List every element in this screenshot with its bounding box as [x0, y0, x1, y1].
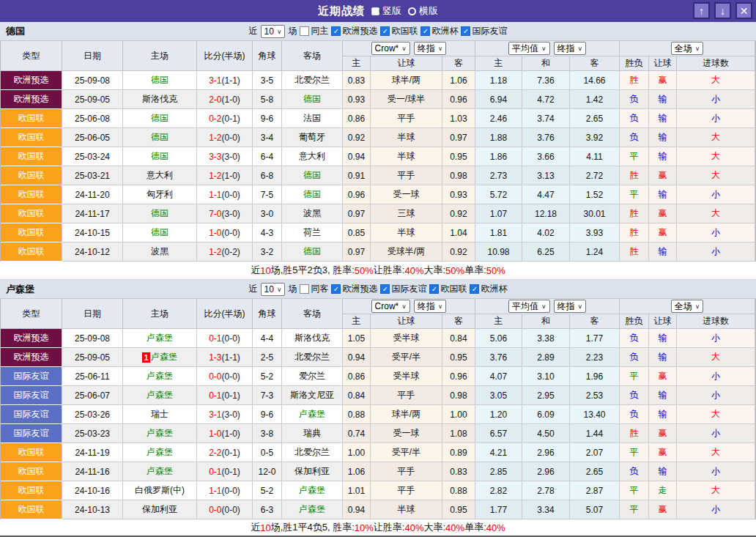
avg-source-select[interactable]: 平均值	[508, 42, 550, 55]
match-type-badge: 欧国联	[1, 109, 62, 128]
odds-source-select[interactable]: Crow*	[371, 300, 410, 313]
team-filter-bar: 德国 近 10 场 同主 欧洲预选 欧国联 欧洲杯 国际友	[0, 22, 756, 41]
away-team: 德国	[282, 185, 343, 204]
same-venue-checkbox[interactable]: 同客	[300, 283, 328, 295]
league-checkbox[interactable]: 欧国联	[380, 25, 418, 37]
odds-away: 1.00	[442, 405, 475, 424]
result-outcome: 负	[620, 462, 649, 481]
col-corner: 角球	[253, 41, 282, 71]
home-team: 卢森堡	[123, 443, 197, 462]
odds-stage-select[interactable]: 终指	[414, 42, 447, 55]
match-type-badge: 欧国联	[1, 500, 62, 519]
result-outcome: 平	[620, 367, 649, 386]
away-team: 意大利	[282, 147, 343, 166]
match-score: 0-0(0-0)	[197, 500, 253, 519]
odds-away: 1.06	[442, 71, 475, 90]
match-row: 欧国联24-11-17德国7-0(3-0)3-0波黑0.97三球0.921.07…	[1, 204, 755, 223]
col-result: 胜负	[620, 56, 649, 71]
odds-line: 球半/两	[371, 405, 442, 424]
match-date: 25-09-08	[62, 329, 123, 348]
col-avg-draw: 和	[522, 314, 570, 329]
result-goals: 大	[677, 443, 755, 462]
match-date: 24-10-15	[62, 223, 123, 242]
odds-stage-select[interactable]: 终指	[414, 300, 447, 313]
same-venue-checkbox[interactable]: 同主	[300, 25, 328, 37]
result-outcome: 胜	[620, 166, 649, 185]
odds-line: 平手	[371, 462, 442, 481]
avg-source-select[interactable]: 平均值	[508, 300, 550, 313]
result-goals: 大	[677, 481, 755, 500]
league-checkbox[interactable]: 欧国联	[429, 283, 467, 295]
odds-away: 0.97	[442, 128, 475, 147]
result-handicap: 输	[649, 462, 677, 481]
league-checkbox[interactable]: 欧洲杯	[470, 283, 507, 295]
close-button[interactable]: ✕	[735, 2, 752, 19]
layout-radio-vertical[interactable]: 竖版	[371, 4, 401, 18]
odds-line: 平手	[371, 386, 442, 405]
avg-stage-select[interactable]: 终指	[554, 300, 587, 313]
result-handicap: 赢	[649, 424, 677, 443]
col-away: 客场	[282, 41, 343, 71]
match-date: 24-10-12	[62, 242, 123, 262]
title-bar: 近期战绩 竖版 横版 ↑ ↓ ✕	[0, 0, 756, 22]
match-row: 欧洲预选25-09-051卢森堡1-3(1-1)2-5北爱尔兰0.94受平/半0…	[1, 348, 755, 367]
avg-stage-select[interactable]: 终指	[554, 42, 587, 55]
avg-draw: 2.78	[522, 481, 570, 500]
avg-draw: 12.18	[522, 204, 570, 223]
result-handicap: 输	[649, 348, 677, 367]
record-summary: 近10场,胜1平4负5, 胜率:10% 让胜率:40% 大率:40% 单率:40…	[0, 519, 756, 536]
home-team: 波黑	[123, 242, 197, 262]
odds-line: 平手	[371, 109, 442, 128]
scope-select[interactable]: 全场	[671, 300, 704, 313]
result-goals: 小	[677, 386, 755, 405]
match-row: 国际友谊25-03-26瑞士3-1(3-0)9-6卢森堡0.88球半/两1.00…	[1, 405, 755, 424]
avg-home: 3.05	[475, 386, 522, 405]
result-goals: 大	[677, 147, 755, 166]
home-team: 白俄罗斯(中)	[123, 481, 197, 500]
recent-count-select[interactable]: 10	[261, 25, 286, 38]
corners: 7-5	[253, 185, 282, 204]
match-date: 24-10-16	[62, 481, 123, 500]
col-date: 日期	[62, 41, 123, 71]
match-score: 2-0(1-0)	[197, 90, 253, 109]
col-odds-line: 让球	[371, 314, 442, 329]
odds-away: 0.96	[442, 367, 475, 386]
checkbox-checked-icon	[429, 284, 439, 294]
away-team: 北爱尔兰	[282, 71, 343, 90]
league-checkbox[interactable]: 欧洲预选	[331, 283, 377, 295]
match-score: 3-3(3-0)	[197, 147, 253, 166]
avg-draw: 3.76	[522, 128, 570, 147]
recent-count-select[interactable]: 10	[261, 283, 286, 296]
odds-away: 0.89	[442, 443, 475, 462]
avg-away: 14.66	[570, 71, 620, 90]
corners: 9-6	[253, 109, 282, 128]
corners: 3-0	[253, 204, 282, 223]
col-goals-result: 进球数	[677, 314, 755, 329]
move-up-button[interactable]: ↑	[693, 2, 710, 19]
match-score: 7-0(3-0)	[197, 204, 253, 223]
odds-away: 1.04	[442, 223, 475, 242]
league-checkbox[interactable]: 欧洲预选	[331, 25, 377, 37]
odds-away: 0.88	[442, 481, 475, 500]
away-team: 荷兰	[282, 223, 343, 242]
avg-home: 1.88	[475, 128, 522, 147]
scope-select[interactable]: 全场	[671, 42, 704, 55]
move-down-button[interactable]: ↓	[714, 2, 731, 19]
avg-away: 30.01	[570, 204, 620, 223]
odds-away: 1.03	[442, 109, 475, 128]
match-type-badge: 欧国联	[1, 166, 62, 185]
result-handicap: 输	[649, 109, 677, 128]
match-date: 24-10-13	[62, 500, 123, 519]
corners: 4-3	[253, 223, 282, 242]
home-team: 德国	[123, 109, 197, 128]
league-checkbox[interactable]: 国际友谊	[380, 283, 426, 295]
match-score: 0-1(0-0)	[197, 329, 253, 348]
odds-home: 1.01	[343, 481, 371, 500]
match-score: 1-3(1-1)	[197, 348, 253, 367]
col-type: 类型	[1, 41, 62, 71]
corners: 5-2	[253, 481, 282, 500]
league-checkbox[interactable]: 欧洲杯	[420, 25, 458, 37]
odds-source-select[interactable]: Crow*	[371, 42, 410, 55]
league-checkbox[interactable]: 国际友谊	[461, 25, 507, 37]
layout-radio-horizontal[interactable]: 横版	[408, 4, 438, 18]
